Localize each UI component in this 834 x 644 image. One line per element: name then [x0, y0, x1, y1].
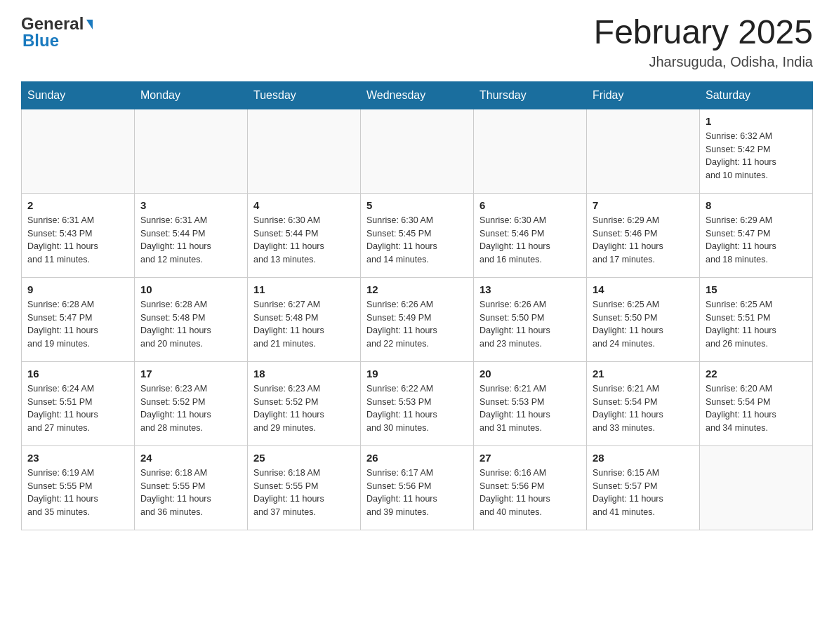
calendar-cell: 19Sunrise: 6:22 AM Sunset: 5:53 PM Dayli…: [361, 361, 474, 445]
day-number: 25: [253, 452, 355, 464]
logo-line2: Blue: [22, 31, 59, 51]
calendar-cell: 25Sunrise: 6:18 AM Sunset: 5:55 PM Dayli…: [248, 445, 361, 530]
day-number: 4: [253, 199, 355, 211]
calendar-cell: 23Sunrise: 6:19 AM Sunset: 5:55 PM Dayli…: [22, 445, 135, 530]
calendar-week-row: 23Sunrise: 6:19 AM Sunset: 5:55 PM Dayli…: [22, 445, 813, 530]
calendar-cell: 3Sunrise: 6:31 AM Sunset: 5:44 PM Daylig…: [135, 193, 248, 277]
day-info: Sunrise: 6:28 AM Sunset: 5:47 PM Dayligh…: [27, 298, 128, 351]
day-info: Sunrise: 6:30 AM Sunset: 5:46 PM Dayligh…: [479, 214, 581, 267]
day-number: 11: [253, 283, 355, 295]
day-info: Sunrise: 6:18 AM Sunset: 5:55 PM Dayligh…: [253, 467, 355, 519]
calendar-cell: 7Sunrise: 6:29 AM Sunset: 5:46 PM Daylig…: [587, 193, 700, 277]
day-number: 7: [593, 199, 694, 211]
calendar-cell: [700, 445, 813, 530]
calendar-cell: 26Sunrise: 6:17 AM Sunset: 5:56 PM Dayli…: [361, 445, 474, 530]
calendar-cell: 13Sunrise: 6:26 AM Sunset: 5:50 PM Dayli…: [474, 277, 587, 361]
calendar-cell: 6Sunrise: 6:30 AM Sunset: 5:46 PM Daylig…: [474, 193, 587, 277]
calendar-cell: 16Sunrise: 6:24 AM Sunset: 5:51 PM Dayli…: [22, 361, 135, 445]
day-info: Sunrise: 6:20 AM Sunset: 5:54 PM Dayligh…: [706, 382, 807, 435]
calendar-cell: [248, 109, 361, 193]
day-info: Sunrise: 6:23 AM Sunset: 5:52 PM Dayligh…: [253, 382, 355, 435]
calendar-cell: [135, 109, 248, 193]
calendar-cell: [474, 109, 587, 193]
calendar-cell: 18Sunrise: 6:23 AM Sunset: 5:52 PM Dayli…: [248, 361, 361, 445]
day-number: 24: [140, 452, 241, 464]
page-header: General Blue February 2025 Jharsuguda, O…: [21, 14, 813, 70]
day-number: 18: [253, 368, 355, 380]
day-info: Sunrise: 6:29 AM Sunset: 5:46 PM Dayligh…: [593, 214, 694, 267]
day-number: 22: [706, 368, 807, 380]
calendar-table: SundayMondayTuesdayWednesdayThursdayFrid…: [21, 81, 813, 530]
calendar-header-tuesday: Tuesday: [248, 81, 361, 109]
day-number: 13: [479, 283, 581, 295]
calendar-header-sunday: Sunday: [22, 81, 135, 109]
day-info: Sunrise: 6:16 AM Sunset: 5:56 PM Dayligh…: [479, 467, 581, 519]
day-number: 20: [479, 368, 581, 380]
day-info: Sunrise: 6:31 AM Sunset: 5:44 PM Dayligh…: [140, 214, 241, 267]
day-number: 27: [479, 452, 581, 464]
day-info: Sunrise: 6:15 AM Sunset: 5:57 PM Dayligh…: [593, 467, 694, 519]
day-info: Sunrise: 6:23 AM Sunset: 5:52 PM Dayligh…: [140, 382, 241, 435]
calendar-cell: 8Sunrise: 6:29 AM Sunset: 5:47 PM Daylig…: [700, 193, 813, 277]
day-info: Sunrise: 6:19 AM Sunset: 5:55 PM Dayligh…: [27, 467, 128, 519]
day-info: Sunrise: 6:22 AM Sunset: 5:53 PM Dayligh…: [366, 382, 468, 435]
day-number: 3: [140, 199, 241, 211]
calendar-cell: 2Sunrise: 6:31 AM Sunset: 5:43 PM Daylig…: [22, 193, 135, 277]
day-info: Sunrise: 6:17 AM Sunset: 5:56 PM Dayligh…: [366, 467, 468, 519]
calendar-cell: 15Sunrise: 6:25 AM Sunset: 5:51 PM Dayli…: [700, 277, 813, 361]
day-number: 10: [140, 283, 241, 295]
calendar-cell: 20Sunrise: 6:21 AM Sunset: 5:53 PM Dayli…: [474, 361, 587, 445]
calendar-cell: 27Sunrise: 6:16 AM Sunset: 5:56 PM Dayli…: [474, 445, 587, 530]
day-number: 12: [366, 283, 468, 295]
day-info: Sunrise: 6:25 AM Sunset: 5:51 PM Dayligh…: [706, 298, 807, 351]
calendar-cell: [22, 109, 135, 193]
day-info: Sunrise: 6:26 AM Sunset: 5:49 PM Dayligh…: [366, 298, 468, 351]
day-info: Sunrise: 6:24 AM Sunset: 5:51 PM Dayligh…: [27, 382, 128, 435]
day-number: 15: [706, 283, 807, 295]
day-info: Sunrise: 6:21 AM Sunset: 5:54 PM Dayligh…: [593, 382, 694, 435]
calendar-header-row: SundayMondayTuesdayWednesdayThursdayFrid…: [22, 81, 813, 109]
calendar-header-wednesday: Wednesday: [361, 81, 474, 109]
month-title: February 2025: [594, 14, 813, 51]
day-number: 21: [593, 368, 694, 380]
day-number: 6: [479, 199, 581, 211]
calendar-header-saturday: Saturday: [700, 81, 813, 109]
calendar-cell: 1Sunrise: 6:32 AM Sunset: 5:42 PM Daylig…: [700, 109, 813, 193]
day-info: Sunrise: 6:18 AM Sunset: 5:55 PM Dayligh…: [140, 467, 241, 519]
day-info: Sunrise: 6:28 AM Sunset: 5:48 PM Dayligh…: [140, 298, 241, 351]
calendar-cell: 28Sunrise: 6:15 AM Sunset: 5:57 PM Dayli…: [587, 445, 700, 530]
day-number: 16: [27, 368, 128, 380]
day-number: 28: [593, 452, 694, 464]
calendar-cell: 11Sunrise: 6:27 AM Sunset: 5:48 PM Dayli…: [248, 277, 361, 361]
calendar-week-row: 9Sunrise: 6:28 AM Sunset: 5:47 PM Daylig…: [22, 277, 813, 361]
calendar-cell: 14Sunrise: 6:25 AM Sunset: 5:50 PM Dayli…: [587, 277, 700, 361]
calendar-week-row: 1Sunrise: 6:32 AM Sunset: 5:42 PM Daylig…: [22, 109, 813, 193]
day-number: 2: [27, 199, 128, 211]
day-info: Sunrise: 6:29 AM Sunset: 5:47 PM Dayligh…: [706, 214, 807, 267]
logo-triangle-icon: [86, 20, 93, 29]
calendar-cell: 10Sunrise: 6:28 AM Sunset: 5:48 PM Dayli…: [135, 277, 248, 361]
calendar-cell: 5Sunrise: 6:30 AM Sunset: 5:45 PM Daylig…: [361, 193, 474, 277]
logo: General Blue: [21, 14, 93, 51]
day-number: 14: [593, 283, 694, 295]
calendar-week-row: 2Sunrise: 6:31 AM Sunset: 5:43 PM Daylig…: [22, 193, 813, 277]
day-info: Sunrise: 6:32 AM Sunset: 5:42 PM Dayligh…: [706, 130, 807, 182]
day-number: 26: [366, 452, 468, 464]
calendar-cell: 17Sunrise: 6:23 AM Sunset: 5:52 PM Dayli…: [135, 361, 248, 445]
day-number: 9: [27, 283, 128, 295]
calendar-cell: 4Sunrise: 6:30 AM Sunset: 5:44 PM Daylig…: [248, 193, 361, 277]
calendar-cell: [361, 109, 474, 193]
day-info: Sunrise: 6:27 AM Sunset: 5:48 PM Dayligh…: [253, 298, 355, 351]
calendar-cell: 9Sunrise: 6:28 AM Sunset: 5:47 PM Daylig…: [22, 277, 135, 361]
calendar-cell: 12Sunrise: 6:26 AM Sunset: 5:49 PM Dayli…: [361, 277, 474, 361]
day-info: Sunrise: 6:26 AM Sunset: 5:50 PM Dayligh…: [479, 298, 581, 351]
calendar-week-row: 16Sunrise: 6:24 AM Sunset: 5:51 PM Dayli…: [22, 361, 813, 445]
day-info: Sunrise: 6:30 AM Sunset: 5:44 PM Dayligh…: [253, 214, 355, 267]
day-info: Sunrise: 6:25 AM Sunset: 5:50 PM Dayligh…: [593, 298, 694, 351]
day-info: Sunrise: 6:31 AM Sunset: 5:43 PM Dayligh…: [27, 214, 128, 267]
day-number: 1: [706, 115, 807, 127]
day-number: 23: [27, 452, 128, 464]
day-info: Sunrise: 6:21 AM Sunset: 5:53 PM Dayligh…: [479, 382, 581, 435]
calendar-cell: 24Sunrise: 6:18 AM Sunset: 5:55 PM Dayli…: [135, 445, 248, 530]
day-number: 5: [366, 199, 468, 211]
